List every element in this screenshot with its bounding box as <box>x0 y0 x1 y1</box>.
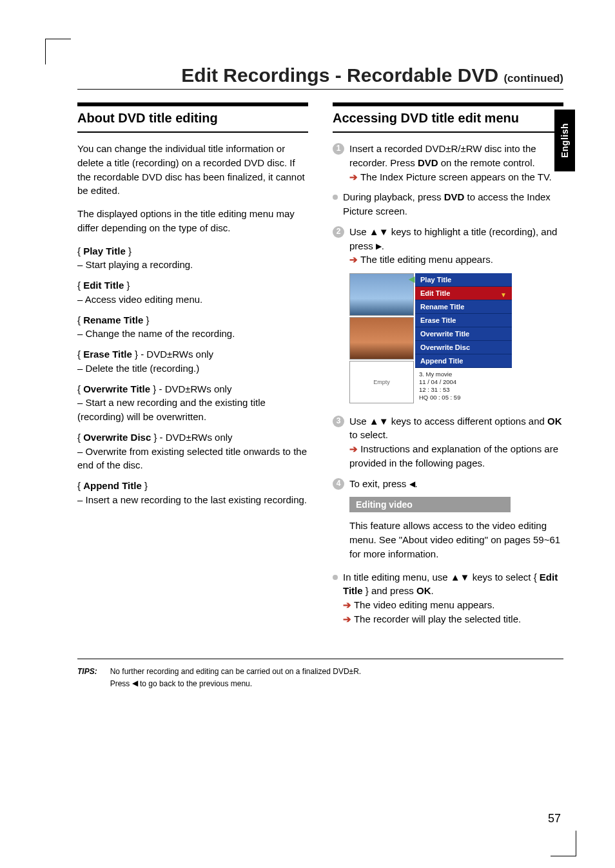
language-tab: English <box>554 110 575 171</box>
page-title-continued: (continued) <box>503 72 563 84</box>
page-header: Edit Recordings - Recordable DVD (contin… <box>77 64 563 90</box>
option-overwrite-title: { Overwrite Title } - DVD±RWs only – Sta… <box>77 382 308 424</box>
sub-heading-label: Editing video <box>356 499 413 510</box>
result-arrow-icon: ➔ <box>349 443 358 454</box>
tips-line-2b: to go back to the previous menu. <box>138 679 252 688</box>
step-number-1-icon: 1 <box>333 143 344 155</box>
menu-item-rename-title: Rename Title <box>415 300 512 314</box>
option-name: Erase Title <box>83 349 132 360</box>
step-1-text-c: on the remote control. <box>438 157 535 168</box>
language-tab-label: English <box>560 123 570 158</box>
menu-back-arrow-icon: ◀ <box>409 275 415 284</box>
bullet-dot-icon <box>333 575 338 580</box>
step-number-3-icon: 3 <box>333 416 344 427</box>
step-2-text-b: . <box>382 240 384 251</box>
option-desc: – Insert a new recording to the last exi… <box>77 493 308 507</box>
section-heading-left: About DVD title editing <box>77 102 308 133</box>
bullet-editing-video: In title editing menu, use ▲▼ keys to se… <box>333 570 563 626</box>
menu-item-overwrite-disc: Overwrite Disc <box>415 341 512 354</box>
result-arrow-icon: ➔ <box>349 254 358 265</box>
menu-down-arrow-icon: ▼ <box>500 291 507 298</box>
option-suffix: - DVD±RWs only <box>157 432 232 443</box>
step-3-text-c: to select. <box>349 429 388 440</box>
option-name: Overwrite Disc <box>83 432 151 443</box>
option-append-title: { Append Title } – Insert a new recordin… <box>77 479 308 507</box>
menu-item-append-title: Append Title <box>415 354 512 368</box>
sub-heading-editing-video: Editing video <box>349 497 511 512</box>
section-heading-right-text: Accessing DVD title edit menu <box>333 110 563 126</box>
crop-mark-bottom-right <box>551 831 576 856</box>
left-column: About DVD title editing You can change t… <box>77 102 308 633</box>
tips-label: TIPS: <box>77 666 97 690</box>
menu-item-label: Append Title <box>420 357 463 365</box>
ev-result-1: The video editing menu appears. <box>354 599 494 610</box>
thumbnail-column: Empty <box>349 273 414 404</box>
menu-item-edit-title: Edit Title ▼ <box>415 287 512 300</box>
meta-line-3: 12 : 31 : 53 <box>419 386 508 394</box>
left-triangle-icon: ◀ <box>132 679 138 688</box>
menu-item-erase-title: Erase Title <box>415 314 512 327</box>
tips-line-1: No further recording and editing can be … <box>110 666 563 677</box>
step-4-text-a: To exit, press <box>349 478 409 489</box>
tips-line-2: Press ◀ to go back to the previous menu. <box>110 677 563 690</box>
result-arrow-icon: ➔ <box>349 171 358 182</box>
option-suffix: - DVD±RWs only <box>156 383 231 394</box>
thumbnail-empty: Empty <box>349 361 414 403</box>
option-desc: – Delete the title (recording.) <box>77 362 308 376</box>
tips-line-2a: Press <box>110 679 132 688</box>
step-4: 4 To exit, press ◀. <box>333 477 563 491</box>
ev-bullet-c: } and press <box>363 585 416 596</box>
left-intro-1: You can change the individual title info… <box>77 142 308 198</box>
option-desc: – Start playing a recording. <box>77 258 308 272</box>
crop-mark-top-left <box>45 39 71 64</box>
option-edit-title: { Edit Title } – Access video editing me… <box>77 278 308 307</box>
menu-item-overwrite-title: Overwrite Title <box>415 327 512 341</box>
menu-item-label: Rename Title <box>420 303 464 311</box>
option-desc: – Start a new recording and the existing… <box>77 396 308 424</box>
option-name: Play Title <box>83 246 126 256</box>
ev-bullet-d: OK <box>416 585 431 596</box>
step-3-text-a: Use ▲▼ keys to access different options … <box>349 416 547 427</box>
option-rename-title: { Rename Title } – Change the name of th… <box>77 313 308 342</box>
step-3-result: Instructions and explanation of the opti… <box>349 443 558 468</box>
page-number: 57 <box>548 812 561 825</box>
step-1-result: The Index Picture screen appears on the … <box>360 171 552 182</box>
ev-bullet-e: . <box>431 585 433 596</box>
left-triangle-icon: ◀ <box>409 479 415 488</box>
menu-item-play-title: Play Title <box>415 273 512 287</box>
option-desc: – Access video editing menu. <box>77 293 308 307</box>
step-3: 3 Use ▲▼ keys to access different option… <box>333 414 563 470</box>
result-arrow-icon: ➔ <box>343 599 351 610</box>
step-number-2-icon: 2 <box>333 226 344 238</box>
step-4-text-b: . <box>415 478 418 489</box>
bullet-during-playback: During playback, press DVD to access the… <box>333 190 563 218</box>
option-name: Overwrite Title <box>83 383 150 394</box>
meta-line-1: 3. My movie <box>419 371 508 378</box>
title-edit-menu-screenshot: Empty ◀ Play Title Edit Title ▼ Rename T… <box>349 273 563 404</box>
tips-body: No further recording and editing can be … <box>110 666 563 690</box>
bullet-text-a: During playback, press <box>343 191 444 202</box>
menu-item-label: Edit Title <box>420 289 450 297</box>
menu-item-label: Play Title <box>420 276 451 284</box>
page-title-main: Edit Recordings - Recordable DVD <box>181 64 498 86</box>
right-triangle-icon: ▶ <box>376 242 382 251</box>
menu-item-label: Overwrite Title <box>420 330 469 338</box>
ev-result-2: The recorder will play the selected titl… <box>354 613 521 624</box>
ev-bullet-a: In title editing menu, use ▲▼ keys to se… <box>343 572 540 583</box>
menu-metadata: 3. My movie 11 / 04 / 2004 12 : 31 : 53 … <box>415 368 512 404</box>
step-2: 2 Use ▲▼ keys to highlight a title (reco… <box>333 225 563 267</box>
option-name: Rename Title <box>83 314 143 325</box>
step-number-4-icon: 4 <box>333 478 344 490</box>
tips-footer: TIPS: No further recording and editing c… <box>77 659 563 690</box>
title-edit-menu-list: ◀ Play Title Edit Title ▼ Rename Title E… <box>415 273 512 404</box>
option-desc: – Overwrite from existing selected title… <box>77 445 308 473</box>
menu-item-label: Overwrite Disc <box>420 343 470 351</box>
option-suffix: - DVD±RWs only <box>138 349 213 360</box>
thumbnail-2 <box>349 317 414 360</box>
option-name: Edit Title <box>83 280 124 291</box>
section-heading-right: Accessing DVD title edit menu <box>333 102 563 133</box>
editing-video-body: This feature allows access to the video … <box>349 519 563 561</box>
meta-line-4: HQ 00 : 05 : 59 <box>419 394 508 401</box>
right-column: Accessing DVD title edit menu 1 Insert a… <box>333 102 563 633</box>
option-play-title: { Play Title } – Start playing a recordi… <box>77 244 308 273</box>
